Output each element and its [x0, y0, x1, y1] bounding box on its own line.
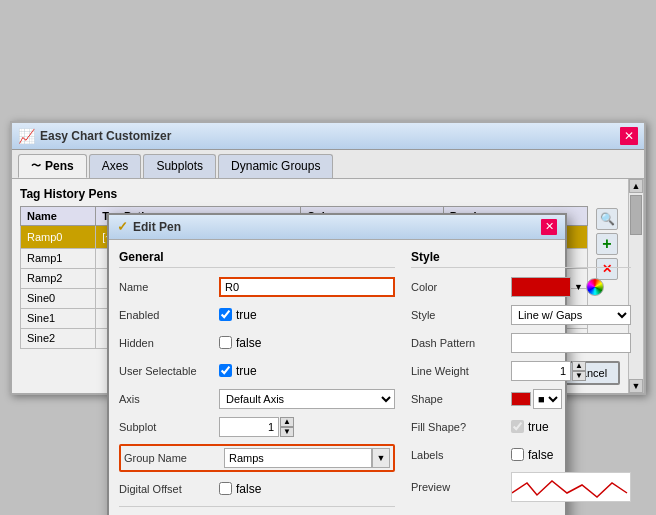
- name-input[interactable]: [219, 277, 395, 297]
- enabled-text: true: [236, 308, 257, 322]
- scroll-track: [629, 193, 643, 379]
- dialog-close-button[interactable]: ✕: [541, 219, 557, 235]
- enabled-checkbox[interactable]: [219, 308, 232, 321]
- user-selectable-checkbox[interactable]: [219, 364, 232, 377]
- style-select[interactable]: Line w/ Gaps: [511, 305, 631, 325]
- name-row: Name: [119, 276, 395, 298]
- dialog-title-bar: ✓ Edit Pen ✕: [109, 215, 565, 240]
- axis-row: Axis Default Axis: [119, 388, 395, 410]
- subplot-up[interactable]: ▲: [280, 417, 294, 427]
- labels-text: false: [528, 448, 553, 462]
- tab-dynamic-groups[interactable]: Dynamic Groups: [218, 154, 333, 178]
- enabled-label: Enabled: [119, 309, 219, 321]
- dash-pattern-label: Dash Pattern: [411, 337, 511, 349]
- subplot-row: Subplot ▲ ▼: [119, 416, 395, 438]
- user-selectable-label: User Selectable: [119, 365, 219, 377]
- row-name: Sine1: [21, 308, 96, 328]
- subplots-tab-label: Subplots: [156, 159, 203, 173]
- hidden-row: Hidden false: [119, 332, 395, 354]
- hidden-label: Hidden: [119, 337, 219, 349]
- row-name: Sine2: [21, 328, 96, 348]
- axis-select[interactable]: Default Axis: [219, 389, 395, 409]
- line-weight-up[interactable]: ▲: [572, 361, 586, 371]
- dialog-body: General Name Enabled true Hidden: [109, 240, 565, 516]
- style-label: Style: [411, 309, 511, 321]
- digital-offset-checkbox[interactable]: [219, 482, 232, 495]
- app-icon: 📈: [18, 128, 35, 144]
- color-label: Color: [411, 281, 511, 293]
- preview-label: Preview: [411, 481, 511, 493]
- group-name-input[interactable]: [224, 448, 372, 468]
- fill-shape-row: Fill Shape? true: [411, 416, 631, 438]
- axes-tab-label: Axes: [102, 159, 129, 173]
- shape-label: Shape: [411, 393, 511, 405]
- color-button[interactable]: [511, 277, 571, 297]
- labels-checkbox[interactable]: [511, 448, 524, 461]
- labels-row: Labels false: [411, 444, 631, 466]
- fill-shape-text: true: [528, 420, 549, 434]
- axis-label: Axis: [119, 393, 219, 405]
- row-name: Ramp0: [21, 225, 96, 248]
- color-row: Color ▼: [411, 276, 631, 298]
- dialog-check-icon: ✓: [117, 219, 128, 234]
- section-title: Tag History Pens: [20, 187, 620, 201]
- shape-select[interactable]: ■: [533, 389, 562, 409]
- group-name-row: Group Name ▼: [119, 444, 395, 472]
- scroll-down-arrow[interactable]: ▼: [629, 379, 643, 393]
- digital-offset-label: Digital Offset: [119, 483, 219, 495]
- enabled-row: Enabled true: [119, 304, 395, 326]
- tab-subplots[interactable]: Subplots: [143, 154, 216, 178]
- main-window: 📈 Easy Chart Customizer ✕ 〜 Pens Axes Su…: [10, 121, 646, 395]
- title-bar: 📈 Easy Chart Customizer ✕: [12, 123, 644, 150]
- tab-pens[interactable]: 〜 Pens: [18, 154, 87, 178]
- user-selectable-row: User Selectable true: [119, 360, 395, 382]
- pens-tab-icon: 〜: [31, 159, 41, 173]
- name-label: Name: [119, 281, 219, 293]
- style-preview-wave: [511, 472, 631, 502]
- labels-label: Labels: [411, 449, 511, 461]
- dialog-title-label: Edit Pen: [133, 220, 181, 234]
- color-picker-button[interactable]: [586, 278, 604, 296]
- group-name-label: Group Name: [124, 452, 224, 464]
- dash-pattern-input[interactable]: [511, 333, 631, 353]
- enabled-value: true: [219, 308, 395, 322]
- scroll-up-arrow[interactable]: ▲: [629, 179, 643, 193]
- hidden-checkbox[interactable]: [219, 336, 232, 349]
- data-section: Data Tag Path 🏷️ Aggregation Mode Min/Ma…: [119, 506, 395, 516]
- line-weight-input[interactable]: [511, 361, 571, 381]
- tab-bar: 〜 Pens Axes Subplots Dynamic Groups: [12, 150, 644, 179]
- row-name: Ramp1: [21, 248, 96, 268]
- row-name: Ramp2: [21, 268, 96, 288]
- search-button[interactable]: 🔍: [596, 208, 618, 230]
- fill-shape-checkbox[interactable]: [511, 420, 524, 433]
- dash-pattern-row: Dash Pattern: [411, 332, 631, 354]
- general-section: General Name Enabled true Hidden: [119, 250, 395, 516]
- edit-pen-dialog: ✓ Edit Pen ✕ General Name Enabled true: [107, 213, 567, 516]
- row-name: Sine0: [21, 288, 96, 308]
- hidden-text: false: [236, 336, 261, 350]
- shape-row: Shape ■: [411, 388, 631, 410]
- fill-shape-label: Fill Shape?: [411, 421, 511, 433]
- group-name-dropdown[interactable]: ▼: [372, 448, 390, 468]
- digital-offset-text: false: [236, 482, 261, 496]
- shape-preview: [511, 392, 531, 406]
- user-selectable-text: true: [236, 364, 257, 378]
- window-title: Easy Chart Customizer: [40, 129, 171, 143]
- digital-offset-row: Digital Offset false: [119, 478, 395, 500]
- subplot-down[interactable]: ▼: [280, 427, 294, 437]
- tab-axes[interactable]: Axes: [89, 154, 142, 178]
- line-weight-label: Line Weight: [411, 365, 511, 377]
- window-close-button[interactable]: ✕: [620, 127, 638, 145]
- col-header-name: Name: [21, 206, 96, 225]
- line-weight-down[interactable]: ▼: [572, 371, 586, 381]
- style-section: Style Color ▼ Style Line w/ Gaps: [411, 250, 631, 516]
- dynamic-groups-tab-label: Dynamic Groups: [231, 159, 320, 173]
- color-dropdown-arrow[interactable]: ▼: [574, 282, 583, 292]
- subplot-label: Subplot: [119, 421, 219, 433]
- scroll-thumb[interactable]: [630, 195, 642, 235]
- subplot-input[interactable]: [219, 417, 279, 437]
- general-header: General: [119, 250, 395, 268]
- preview-row: Preview: [411, 472, 631, 502]
- line-weight-row: Line Weight ▲ ▼: [411, 360, 631, 382]
- style-row: Style Line w/ Gaps: [411, 304, 631, 326]
